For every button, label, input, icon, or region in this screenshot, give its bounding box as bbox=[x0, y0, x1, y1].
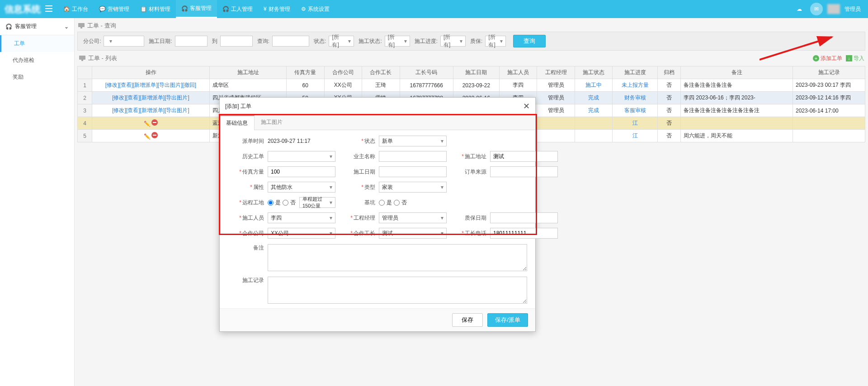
mgr-select[interactable]: 管理员▾ bbox=[379, 212, 447, 223]
pit-no-radio[interactable] bbox=[394, 200, 400, 206]
sidebar-item-reward[interactable]: 奖励 bbox=[0, 69, 74, 85]
source-input[interactable] bbox=[490, 166, 558, 177]
tab-photos[interactable]: 施工图片 bbox=[255, 115, 289, 130]
cloud-icon[interactable]: ☁ bbox=[793, 3, 806, 15]
col-header: 施工日期 bbox=[453, 66, 499, 79]
progress-link[interactable]: 客服审核 bbox=[624, 107, 646, 113]
row-number: 5 bbox=[78, 130, 92, 142]
owner-input[interactable] bbox=[379, 151, 447, 162]
sidebar-item-patrol[interactable]: 代办巡检 bbox=[0, 52, 74, 69]
edit-icon[interactable]: ✏️ bbox=[144, 121, 150, 127]
warranty-select[interactable]: [所有]▾ bbox=[485, 36, 506, 47]
nav-worker[interactable]: 🎧工人管理 bbox=[217, 0, 258, 18]
coop-select[interactable]: XX公司▾ bbox=[268, 228, 335, 239]
remote-radio-group: 是 否 单程超过150公里▾ bbox=[268, 197, 335, 208]
add-workorder-button[interactable]: +添加工单 bbox=[813, 55, 842, 62]
avatar[interactable] bbox=[827, 4, 840, 14]
lbl-mgr: *工程经理 bbox=[339, 214, 375, 222]
pit-yes-radio[interactable] bbox=[379, 200, 385, 206]
progress-link[interactable]: 未上报方量 bbox=[622, 82, 649, 88]
attr-select[interactable]: 其他防水▾ bbox=[268, 182, 335, 193]
date-from-input[interactable] bbox=[175, 36, 208, 47]
col-header: 合作工长 bbox=[362, 66, 400, 79]
nav-marketing[interactable]: 💬营销管理 bbox=[94, 0, 135, 18]
remark-textarea[interactable] bbox=[268, 244, 527, 271]
message-icon[interactable]: ✉ bbox=[810, 3, 823, 15]
menu-toggle-icon[interactable] bbox=[45, 5, 52, 13]
col-header: 归档 bbox=[658, 66, 681, 79]
lbl-dispatch-time: 派单时间 bbox=[228, 137, 264, 145]
nav-material[interactable]: 📋材料管理 bbox=[135, 0, 176, 18]
import-button[interactable]: ↓导入 bbox=[846, 55, 864, 62]
lbl-foreman: *合作工长 bbox=[339, 230, 375, 237]
delete-icon[interactable] bbox=[151, 132, 158, 138]
table-row[interactable]: 1 [修改][查看][新增派单][导出图片][撤回] 成华区60XX公司王琦 1… bbox=[78, 79, 865, 92]
col-header: 备注 bbox=[681, 66, 793, 79]
lbl-coop: *合作公司 bbox=[228, 230, 264, 237]
type-select[interactable]: 家装▾ bbox=[379, 182, 447, 193]
row-number: 2 bbox=[78, 92, 92, 104]
remote-extra-select[interactable]: 单程超过150公里▾ bbox=[299, 197, 335, 208]
save-button[interactable]: 保存 bbox=[452, 313, 483, 327]
lbl-warranty: 质保: bbox=[470, 38, 482, 45]
status-link[interactable]: 施工中 bbox=[585, 82, 602, 88]
sidebar-head[interactable]: 🎧 客服管理 ⌄ bbox=[0, 18, 74, 35]
save-dispatch-button[interactable]: 保存/派单 bbox=[487, 313, 528, 327]
close-icon[interactable]: ✕ bbox=[523, 101, 530, 111]
status-select-modal[interactable]: 新单▾ bbox=[379, 136, 447, 146]
status-link[interactable]: 完成 bbox=[588, 107, 599, 113]
status-select[interactable]: [所有]▾ bbox=[329, 36, 354, 47]
col-header: 施工记录 bbox=[793, 66, 865, 79]
username[interactable]: 管理员 bbox=[844, 5, 861, 13]
lbl-remark: 备注 bbox=[228, 244, 264, 252]
status-link[interactable]: 完成 bbox=[588, 94, 599, 101]
lbl-fphone: *工长电话 bbox=[450, 230, 486, 237]
addr-input[interactable] bbox=[490, 151, 558, 162]
progress-link[interactable]: 江 bbox=[632, 120, 638, 126]
remote-yes-radio[interactable] bbox=[268, 200, 274, 206]
col-header: 施工状态 bbox=[575, 66, 613, 79]
edit-icon[interactable]: ✏️ bbox=[144, 133, 150, 140]
query-button[interactable]: 查询 bbox=[513, 35, 546, 47]
col-header: 操作 bbox=[92, 66, 210, 79]
warranty-input[interactable] bbox=[490, 212, 558, 223]
lbl-record: 施工记录 bbox=[228, 277, 264, 284]
search-input[interactable] bbox=[272, 36, 309, 47]
chevron-down-icon: ⌄ bbox=[64, 24, 69, 30]
lbl-pit: 基坑 bbox=[339, 199, 375, 207]
delete-icon[interactable] bbox=[151, 119, 158, 126]
record-textarea[interactable] bbox=[268, 277, 527, 304]
panel-list-title: 工单 - 列表 bbox=[78, 52, 118, 64]
row-actions[interactable]: [修改][查看][新增派单][导出图片] bbox=[112, 94, 189, 101]
date-to-input[interactable] bbox=[220, 36, 253, 47]
lbl-date: 施工日期: bbox=[149, 38, 172, 45]
progress-link[interactable]: 江 bbox=[632, 132, 638, 139]
nav-settings[interactable]: ⚙系统设置 bbox=[296, 0, 335, 18]
cdate-input[interactable] bbox=[379, 166, 447, 177]
col-header: 施工地址 bbox=[210, 66, 287, 79]
progress-select[interactable]: [所有]▾ bbox=[440, 36, 466, 47]
monitor-icon bbox=[78, 23, 85, 28]
history-select[interactable]: ▾ bbox=[268, 151, 335, 162]
lbl-addr: *施工地址 bbox=[450, 153, 486, 160]
col-header: 施工人员 bbox=[499, 66, 537, 79]
company-select[interactable]: ▾ bbox=[104, 36, 144, 47]
row-actions[interactable]: [修改][查看][新增派单][导出图片][撤回] bbox=[105, 82, 196, 88]
worker-select[interactable]: 李四▾ bbox=[268, 212, 335, 223]
top-right: ☁ ✉ 管理员 bbox=[793, 3, 863, 15]
cons-status-select[interactable]: [所有]▾ bbox=[385, 36, 410, 47]
foreman-select[interactable]: 测试▾ bbox=[379, 228, 447, 239]
remote-no-radio[interactable] bbox=[283, 200, 288, 206]
tab-basic-info[interactable]: 基础信息 bbox=[220, 115, 255, 130]
svg-rect-0 bbox=[45, 5, 52, 6]
svg-rect-2 bbox=[45, 11, 52, 12]
sidebar-item-workorder[interactable]: 工单 bbox=[0, 35, 74, 52]
lbl-remote: *远程工地 bbox=[228, 199, 264, 207]
progress-link[interactable]: 财务审核 bbox=[624, 94, 646, 101]
nav-service[interactable]: 🎧客服管理 bbox=[176, 0, 217, 18]
row-actions[interactable]: [修改][查看][新增派单][导出图片] bbox=[112, 107, 189, 113]
nav-finance[interactable]: ¥财务管理 bbox=[258, 0, 296, 18]
fax-input[interactable] bbox=[268, 166, 335, 177]
fphone-input[interactable] bbox=[490, 228, 558, 239]
nav-home[interactable]: 🏠工作台 bbox=[58, 0, 94, 18]
